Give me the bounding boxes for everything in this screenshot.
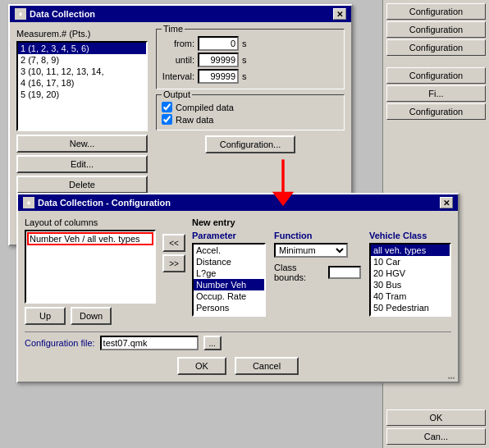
interval-unit: s [242,71,247,81]
config-file-row: Configuration file: ... [25,331,451,350]
until-unit: s [242,55,247,65]
list-item[interactable]: QueueDel.Tri... [194,313,264,317]
new-entry-label: New entry [192,217,451,227]
dialog-titlebar: ♦ Data Collection ✕ [10,6,351,22]
config-file-browse-button[interactable]: ... [203,336,222,350]
vehicle-class-column: Vehicle Class all veh. types 10 Car 20 H… [369,231,451,317]
vehicle-class-listbox[interactable]: all veh. types 10 Car 20 HGV 30 Bus 40 T… [369,243,451,317]
layout-item[interactable]: Number Veh / all veh. types [27,232,153,245]
resize-handle[interactable]: ▪▪▪ [448,372,458,382]
layout-label: Layout of columns [25,217,156,227]
right-config-btn-3[interactable]: Configuration [386,39,486,56]
remove-entry-button[interactable]: >> [162,254,185,272]
list-item[interactable]: Persons [194,302,264,313]
list-item[interactable]: 50 Pedestrian [371,302,450,313]
right-cancel-btn[interactable]: Can... [386,428,486,445]
from-unit: s [242,39,247,48]
measurements-listbox[interactable]: 1 (1, 2, 3, 4, 5, 6) 2 (7, 8, 9) 3 (10, … [16,41,148,131]
function-column: Function Minimum Maximum Average Sum Cla… [274,231,361,317]
parameter-listbox[interactable]: Accel. Distance L?ge Number Veh Occup. R… [192,243,266,317]
right-fi-btn[interactable]: Fi... [386,85,486,102]
time-group: Time from: s until: s Interval: s [156,29,345,89]
interval-input[interactable] [198,69,239,84]
compiled-label: Compiled data [176,103,234,112]
list-item[interactable]: 5 (19, 20) [18,89,146,100]
until-label: until: [162,55,194,65]
function-select[interactable]: Minimum Maximum Average Sum [274,243,348,258]
edit-button[interactable]: Edit... [16,155,148,173]
measurements-label: Measurem.# (Pts.) [16,29,148,39]
interval-label: Interval: [162,71,194,81]
parameter-header: Parameter [192,231,266,240]
right-config-btn-5[interactable]: Configuration [386,103,486,120]
new-button[interactable]: New... [16,135,148,153]
right-config-btn-1[interactable]: Configuration [386,3,486,20]
svg-marker-1 [272,192,294,207]
config-dialog-footer: OK Cancel [25,357,451,375]
config-file-label: Configuration file: [25,338,95,348]
output-groupbox: Output Compiled data Raw data [156,94,345,130]
transfer-arrows: << >> [162,217,185,272]
list-item[interactable]: Number Veh [194,279,264,290]
config-close-button[interactable]: ✕ [440,197,453,208]
list-item[interactable]: 40 Tram [371,290,450,302]
vehicle-class-header: Vehicle Class [369,231,451,240]
layout-columns-panel: Layout of columns Number Veh / all veh. … [25,217,156,325]
list-item[interactable]: 1 (1, 2, 3, 4, 5, 6) [18,43,146,54]
config-file-input[interactable] [100,336,199,350]
right-config-btn-2[interactable]: Configuration [386,21,486,38]
arrow-indicator [263,156,304,215]
down-button[interactable]: Down [71,307,112,325]
config-cancel-button[interactable]: Cancel [235,357,299,375]
list-item[interactable]: 2 (7, 8, 9) [18,54,146,66]
config-dialog-icon: ♦ [23,197,34,208]
function-header: Function [274,231,361,240]
raw-label: Raw data [176,115,213,125]
list-item[interactable]: Distance [194,256,264,267]
list-item[interactable]: 4 (16, 17, 18) [18,77,146,89]
layout-listbox[interactable]: Number Veh / all veh. types [25,230,156,304]
list-item[interactable]: 3 (10, 11, 12, 13, 14, [18,66,146,77]
list-item[interactable]: Occup. Rate [194,290,264,302]
config-dialog-titlebar: ♦ Data Collection - Configuration ✕ [18,194,458,211]
from-input[interactable] [198,36,239,51]
dialog-title: Data Collection [30,9,95,19]
list-item[interactable]: Accel. [194,245,264,256]
list-item[interactable]: L?ge [194,267,264,279]
dialog-icon: ♦ [15,8,26,20]
list-item[interactable]: 60 Bike [371,313,450,317]
config-dialog-title: Data Collection - Configuration [38,198,171,208]
right-ok-btn[interactable]: OK [386,409,486,426]
right-config-btn-4[interactable]: Configuration [386,67,486,84]
list-item[interactable]: 10 Car [371,256,450,267]
up-button[interactable]: Up [25,307,66,325]
output-label: Output [162,89,192,99]
from-label: from: [162,39,194,48]
list-item[interactable]: all veh. types [371,245,450,256]
output-group: Output Compiled data Raw data [156,94,345,130]
raw-checkbox[interactable] [162,114,172,125]
delete-button[interactable]: Delete [16,176,148,194]
close-button[interactable]: ✕ [333,8,346,20]
new-entry-panel: New entry Parameter Accel. Distance L?ge… [192,217,451,317]
compiled-checkbox[interactable] [162,102,172,112]
list-item[interactable]: 30 Bus [371,279,450,290]
class-bounds-label: Class bounds: [274,263,325,282]
parameter-column: Parameter Accel. Distance L?ge Number Ve… [192,231,266,317]
until-input[interactable] [198,53,239,67]
add-entry-button[interactable]: << [162,234,185,252]
configuration-button[interactable]: Configuration... [205,135,296,153]
time-label: Time [162,24,185,34]
class-bounds-input[interactable] [328,266,361,279]
list-item[interactable]: 20 HGV [371,267,450,279]
config-ok-button[interactable]: OK [177,357,226,375]
config-dialog: ♦ Data Collection - Configuration ✕ Layo… [16,193,459,383]
